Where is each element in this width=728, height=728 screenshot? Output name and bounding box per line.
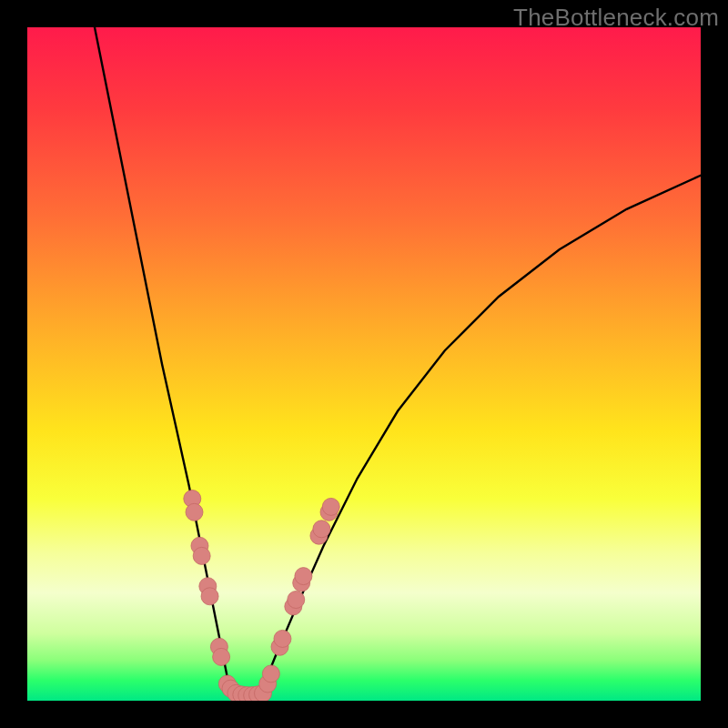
data-marker	[322, 498, 339, 515]
data-marker	[186, 503, 203, 521]
data-marker	[313, 521, 330, 538]
watermark-text: TheBottleneck.com	[513, 4, 719, 32]
data-marker	[213, 648, 230, 665]
data-marker	[274, 630, 291, 647]
data-marker	[288, 592, 305, 609]
data-marker	[262, 665, 279, 682]
chart-svg	[27, 27, 701, 701]
chart-frame: TheBottleneck.com	[0, 0, 728, 728]
data-marker	[295, 568, 312, 585]
plot-area	[27, 27, 701, 701]
curve-layer	[95, 27, 701, 695]
data-marker	[193, 547, 210, 564]
data-marker	[201, 588, 218, 605]
marker-layer	[184, 490, 339, 702]
bottleneck-curve	[95, 27, 701, 695]
